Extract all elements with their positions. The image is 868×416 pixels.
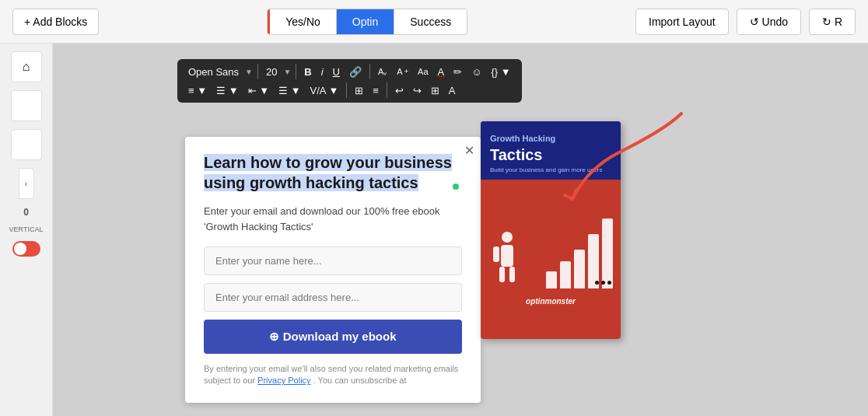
book-bottom: optinmonster (481, 180, 621, 312)
optin-card: ✕ Learn how to grow your business using … (185, 137, 481, 403)
top-bar: + Add Blocks Yes/No Optin Success Import… (0, 0, 868, 44)
link-button[interactable]: 🔗 (346, 65, 365, 79)
optin-disclaimer: By entering your email we'll also send y… (204, 363, 462, 387)
optin-subtext: Enter your email and download our 100% f… (204, 204, 462, 234)
sidebar-box-1 (11, 90, 42, 121)
optin-content: Learn how to grow your business using gr… (185, 137, 481, 403)
bold-button[interactable]: B (301, 65, 314, 79)
text-toolbar: Open Sans ▼ 20 ▼ B i U 🔗 Aᵥ A+ Aa A ✏ ☺ … (177, 59, 522, 103)
align-right-button[interactable]: ≡ (369, 83, 382, 98)
chart-bar-1 (546, 271, 557, 288)
book-top: Growth Hacking Tactics Build your busine… (481, 121, 621, 180)
book-cover: Growth Hacking Tactics Build your busine… (481, 121, 621, 339)
download-cta-button[interactable]: ⊕ Download my ebook (204, 320, 462, 354)
book-title: Tactics (490, 146, 611, 163)
font-size-select[interactable]: 20 (263, 65, 280, 79)
privacy-policy-link[interactable]: Privacy Policy (257, 376, 310, 385)
font-case-button[interactable]: Aa (415, 65, 431, 78)
tab-yes-no[interactable]: Yes/No (268, 9, 337, 34)
font-grow-button[interactable]: A+ (394, 65, 411, 78)
font-color-button[interactable]: A (435, 65, 448, 79)
undo-button[interactable]: ↺ Undo (737, 9, 801, 35)
line-height-button[interactable]: ☰ ▼ (275, 83, 303, 98)
toolbar-row-2: ≡ ▼ ☰ ▼ ⇤ ▼ ☰ ▼ V/A ▼ ⊞ ≡ ↩ ↪ ⊞ A (185, 82, 514, 98)
font-size-icon-button[interactable]: Aᵥ (375, 65, 390, 79)
underline-button[interactable]: U (330, 65, 343, 79)
home-icon[interactable]: ⌂ (11, 51, 42, 82)
align-left-button[interactable]: ≡ ▼ (185, 83, 210, 98)
vertical-label: VERTICAL (9, 225, 44, 233)
add-blocks-button[interactable]: + Add Blocks (12, 9, 99, 35)
collapse-chevron[interactable]: ‹ (19, 168, 34, 199)
selection-dot (453, 184, 459, 190)
code-button[interactable]: {} ▼ (488, 65, 513, 79)
chart-bar-2 (560, 261, 571, 288)
indent-left-button[interactable]: ⇤ ▼ (245, 83, 272, 98)
headline-wrapper: Learn how to grow your business using gr… (204, 152, 462, 193)
main-area: ⌂ ‹ 0 VERTICAL Open Sans ▼ 20 ▼ B i U 🔗 (0, 44, 868, 416)
list-ul-button[interactable]: ☰ ▼ (213, 83, 241, 98)
vertical-number: 0 (23, 207, 29, 218)
svg-point-0 (502, 232, 513, 243)
bar-chart (546, 218, 613, 288)
svg-rect-4 (493, 246, 499, 262)
book-logo: optinmonster (526, 297, 576, 306)
name-input[interactable] (204, 246, 462, 275)
redo-button[interactable]: ↻ R (809, 9, 856, 35)
chart-bar-5 (602, 218, 613, 288)
svg-rect-2 (499, 267, 505, 282)
sidebar-box-2 (11, 129, 42, 160)
font-family-select[interactable]: Open Sans (185, 65, 242, 79)
redo-text-button[interactable]: ↪ (410, 83, 425, 98)
tab-group: Yes/No Optin Success (267, 9, 467, 35)
align-center-button[interactable]: ⊞ (352, 83, 366, 98)
import-layout-button[interactable]: Import Layout (635, 9, 729, 35)
grid-button[interactable]: ⊞ (428, 83, 443, 98)
close-button[interactable]: ✕ (464, 143, 474, 158)
email-input[interactable] (204, 283, 462, 312)
svg-rect-1 (501, 245, 513, 267)
vertical-toggle[interactable] (12, 241, 40, 257)
optin-headline[interactable]: Learn how to grow your business using gr… (204, 154, 452, 191)
undo-text-button[interactable]: ↩ (392, 83, 407, 98)
emoji-button[interactable]: ☺ (468, 65, 485, 79)
valign-button[interactable]: V/A ▼ (307, 83, 342, 98)
left-sidebar: ⌂ ‹ 0 VERTICAL (0, 44, 53, 416)
tab-optin[interactable]: Optin (337, 9, 394, 34)
tab-success[interactable]: Success (394, 9, 467, 34)
highlight-button[interactable]: ✏ (450, 65, 465, 79)
clear-format-button[interactable]: A (446, 83, 459, 98)
italic-button[interactable]: i (318, 65, 327, 79)
book-subtitle: Build your business and gain more users (490, 166, 611, 173)
editor-area: Open Sans ▼ 20 ▼ B i U 🔗 Aᵥ A+ Aa A ✏ ☺ … (53, 44, 868, 416)
chart-bar-3 (574, 250, 585, 288)
toolbar-row-1: Open Sans ▼ 20 ▼ B i U 🔗 Aᵥ A+ Aa A ✏ ☺ … (185, 64, 514, 79)
svg-rect-3 (509, 267, 515, 282)
book-eyebrow: Growth Hacking (490, 134, 611, 143)
person-figure (492, 231, 523, 288)
